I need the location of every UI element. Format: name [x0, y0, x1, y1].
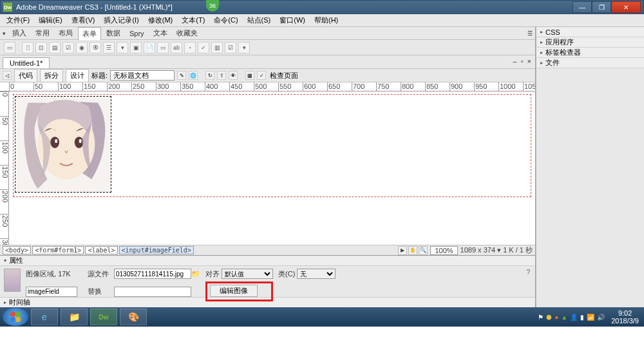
- task-dreamweaver[interactable]: Dw: [90, 309, 117, 325]
- tray-signal-icon[interactable]: ▮: [580, 314, 584, 321]
- title-input[interactable]: [110, 70, 175, 81]
- tray-network-icon[interactable]: 📶: [587, 314, 594, 321]
- doc-name: [Untitled-1 (XHTML)*]: [105, 3, 173, 11]
- doc-restore[interactable]: ▫: [521, 57, 524, 65]
- ruler-tick: 100: [58, 82, 71, 91]
- doc-tab[interactable]: Untitled-1*: [3, 57, 50, 68]
- label-icon[interactable]: ab: [171, 42, 182, 53]
- tag-form[interactable]: <form#form1>: [32, 246, 84, 254]
- task-paint[interactable]: 🎨: [120, 309, 147, 325]
- tray-user-icon[interactable]: 👤: [570, 314, 578, 321]
- cat-forms[interactable]: 表单: [78, 27, 101, 40]
- panel-css[interactable]: CSS: [536, 27, 644, 37]
- toolbar-menu-icon[interactable]: ☰: [527, 30, 533, 37]
- hand-icon[interactable]: ✋: [408, 246, 417, 255]
- cat-spry[interactable]: Spry: [126, 28, 148, 39]
- cat-common[interactable]: 常用: [32, 27, 53, 39]
- tag-input[interactable]: <input#imageField>: [119, 246, 194, 254]
- window-controls: — ❐ ✕: [573, 1, 641, 13]
- tray-app-icon[interactable]: ▲: [561, 314, 567, 321]
- zoom-select[interactable]: 100%: [430, 246, 457, 255]
- tray-shield-icon[interactable]: ⬢: [546, 314, 552, 321]
- validate-icon[interactable]: ✓: [257, 71, 266, 80]
- panel-files[interactable]: 文件: [536, 58, 644, 68]
- preview-icon[interactable]: 👁: [229, 71, 238, 80]
- task-explorer[interactable]: 📁: [61, 309, 88, 325]
- design-view-button[interactable]: 设计: [66, 69, 89, 82]
- menu-file[interactable]: 文件(F): [4, 14, 32, 26]
- clock-date: 2018/3/9: [611, 317, 639, 325]
- tray-flag-icon[interactable]: ⚑: [538, 314, 544, 321]
- cat-text[interactable]: 文本: [149, 27, 171, 39]
- jumpmenu-icon[interactable]: ▾: [117, 42, 128, 53]
- menu-edit[interactable]: 编辑(E): [36, 14, 65, 26]
- cat-data[interactable]: 数据: [102, 27, 124, 39]
- properties-header[interactable]: 属性: [0, 256, 535, 266]
- design-canvas[interactable]: [9, 91, 535, 245]
- tag-body[interactable]: <body>: [3, 246, 31, 254]
- split-view-button[interactable]: 拆分: [40, 69, 63, 82]
- spry-textarea-icon[interactable]: ▥: [211, 42, 223, 53]
- menu-insert[interactable]: 插入记录(I): [101, 14, 141, 26]
- button-icon[interactable]: ▭: [157, 42, 169, 53]
- doc-minimize[interactable]: –: [513, 57, 517, 65]
- class-select[interactable]: 无: [297, 269, 336, 279]
- filefield-icon[interactable]: 📄: [144, 42, 155, 53]
- spry-validation-icon[interactable]: ✓: [198, 42, 209, 53]
- imagefield-icon[interactable]: ▣: [130, 42, 142, 53]
- list-icon[interactable]: ☰: [103, 42, 115, 53]
- src-input[interactable]: [114, 269, 191, 279]
- expander-icon[interactable]: ▾: [3, 30, 6, 37]
- doc-tab-row: Untitled-1*: [0, 55, 535, 68]
- menu-modify[interactable]: 修改(M): [146, 14, 176, 26]
- globe-icon[interactable]: 🌐: [189, 71, 198, 80]
- tray-volume-icon[interactable]: 🔊: [597, 314, 605, 321]
- refresh-icon[interactable]: ↻: [205, 71, 214, 80]
- hidden-icon[interactable]: ⊡: [35, 42, 47, 53]
- align-select[interactable]: 默认值: [222, 269, 273, 279]
- maximize-button[interactable]: ❐: [592, 1, 611, 13]
- menu-text[interactable]: 文本(T): [179, 14, 207, 26]
- cat-favorites[interactable]: 收藏夹: [173, 27, 202, 39]
- textarea-icon[interactable]: ▤: [49, 42, 61, 53]
- checkbox-icon[interactable]: ☑: [62, 42, 74, 53]
- tag-label[interactable]: <label>: [85, 246, 117, 254]
- edit-image-button[interactable]: 编辑图像: [210, 285, 258, 297]
- code-view-button[interactable]: 代码: [14, 69, 37, 82]
- panel-application[interactable]: 应用程序: [536, 37, 644, 48]
- doc-close[interactable]: ×: [527, 57, 531, 65]
- spry-select-icon[interactable]: ▾: [238, 42, 250, 53]
- checkspelling-icon[interactable]: ✎: [177, 71, 186, 80]
- form-icon[interactable]: ▭: [4, 42, 15, 53]
- visualaid-icon[interactable]: ▦: [245, 71, 254, 80]
- name-input[interactable]: [26, 287, 77, 297]
- doc-prev-icon[interactable]: ◁: [3, 71, 12, 80]
- menu-site[interactable]: 站点(S): [245, 14, 274, 26]
- zoom-icon[interactable]: 🔍: [419, 246, 428, 255]
- textfield-icon[interactable]: ⌷: [22, 42, 33, 53]
- canvas-wrap: 0 50 100 150 200 250 300: [0, 91, 535, 245]
- menu-help[interactable]: 帮助(H): [312, 14, 341, 26]
- close-button[interactable]: ✕: [611, 1, 641, 13]
- taskbar-clock[interactable]: 9:02 2018/3/9: [609, 309, 641, 325]
- menu-commands[interactable]: 命令(C): [211, 14, 240, 26]
- check-page-label[interactable]: 检查页面: [270, 71, 298, 81]
- fieldset-icon[interactable]: ▫: [184, 42, 196, 53]
- image-field[interactable]: [15, 96, 111, 193]
- minimize-button[interactable]: —: [573, 1, 592, 13]
- help-icon[interactable]: ?: [526, 269, 530, 276]
- fileupload-icon[interactable]: ⇪: [217, 71, 226, 80]
- spry-checkbox-icon[interactable]: ☑: [225, 42, 236, 53]
- menu-view[interactable]: 查看(V): [69, 14, 98, 26]
- start-button[interactable]: [3, 308, 28, 326]
- task-ie[interactable]: e: [31, 309, 58, 325]
- menu-window[interactable]: 窗口(W): [277, 14, 308, 26]
- tray-circle-icon[interactable]: ●: [554, 314, 558, 321]
- folder-icon[interactable]: 📁: [191, 270, 200, 278]
- radio-icon[interactable]: ◉: [76, 42, 88, 53]
- cat-layout[interactable]: 布局: [55, 27, 77, 39]
- alt-input[interactable]: [114, 287, 191, 297]
- pointer-icon[interactable]: ▶: [398, 246, 407, 255]
- radiogroup-icon[interactable]: ⦿: [90, 42, 101, 53]
- panel-tag-inspector[interactable]: 标签检查器: [536, 48, 644, 58]
